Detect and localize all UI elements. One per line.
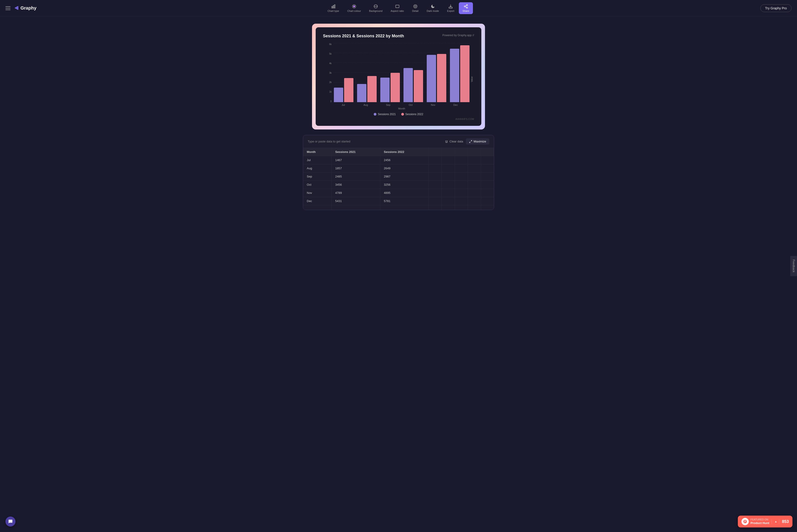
svg-line-13 [465, 6, 467, 7]
maximize-button[interactable]: Maximize [466, 138, 489, 145]
feedback-tab[interactable]: Feedback [791, 256, 797, 276]
table-cell-empty[interactable] [468, 172, 481, 181]
y-label-4k: 4k [323, 62, 333, 64]
table-cell-empty[interactable] [468, 205, 481, 210]
table-cell-empty[interactable] [429, 205, 442, 210]
table-cell[interactable]: 3456 [331, 181, 380, 189]
table-cell[interactable]: 4895 [380, 189, 429, 197]
toolbar-export[interactable]: Export [443, 2, 458, 14]
table-cell-empty[interactable] [429, 197, 442, 205]
table-cell-empty[interactable] [442, 197, 455, 205]
toolbar-aspect-ratio[interactable]: Aspect ratio [387, 2, 407, 14]
bar-sessions2021-sep[interactable] [380, 78, 390, 102]
toolbar-dark-mode-label: Dark mode [427, 10, 439, 12]
table-cell-empty[interactable] [481, 189, 494, 197]
table-cell-empty[interactable] [468, 164, 481, 172]
toolbar-dark-mode[interactable]: Dark mode [423, 2, 443, 14]
table-cell-empty[interactable] [442, 189, 455, 197]
bar-sessions2021-jul[interactable] [334, 88, 343, 102]
table-cell[interactable] [380, 205, 429, 210]
table-cell[interactable] [303, 205, 331, 210]
table-cell-empty[interactable] [455, 189, 468, 197]
table-cell-empty[interactable] [455, 197, 468, 205]
col-empty1 [429, 148, 442, 156]
bar-sessions2021-oct[interactable] [403, 68, 413, 102]
table-cell[interactable]: Aug [303, 164, 331, 172]
table-cell-empty[interactable] [429, 189, 442, 197]
table-cell[interactable]: 2987 [380, 172, 429, 181]
bar-sessions2022-dec[interactable] [460, 45, 470, 102]
table-cell[interactable]: Sep [303, 172, 331, 181]
table-cell[interactable]: 5781 [380, 197, 429, 205]
table-cell[interactable]: Jul [303, 156, 331, 164]
maximize-label: Maximize [474, 140, 486, 143]
table-cell-empty[interactable] [468, 197, 481, 205]
toolbar-background[interactable]: Background [365, 2, 386, 14]
bar-sessions2022-sep[interactable] [391, 73, 400, 102]
chat-bubble[interactable] [5, 516, 16, 527]
ph-info: FEATURED ON Product Hunt [751, 518, 769, 525]
table-cell-empty[interactable] [429, 156, 442, 164]
table-cell-empty[interactable] [481, 205, 494, 210]
table-cell-empty[interactable] [468, 181, 481, 189]
table-cell-empty[interactable] [481, 197, 494, 205]
menu-icon[interactable] [5, 6, 11, 10]
table-cell[interactable]: 5431 [331, 197, 380, 205]
bar-sessions2021-dec[interactable] [450, 49, 459, 102]
table-cell[interactable]: Oct [303, 181, 331, 189]
table-cell[interactable]: Dec [303, 197, 331, 205]
table-cell-empty[interactable] [468, 189, 481, 197]
table-cell-empty[interactable] [455, 156, 468, 164]
table-cell-empty[interactable] [481, 164, 494, 172]
table-cell-empty[interactable] [442, 156, 455, 164]
bar-sessions2022-aug[interactable] [367, 76, 377, 102]
table-cell-empty[interactable] [429, 172, 442, 181]
table-cell-empty[interactable] [442, 181, 455, 189]
table-cell[interactable]: 2649 [380, 164, 429, 172]
svg-line-14 [465, 5, 467, 6]
table-cell[interactable] [331, 205, 380, 210]
toolbar-share[interactable]: Share [459, 2, 473, 14]
table-cell-empty[interactable] [455, 164, 468, 172]
table-cell[interactable]: 1857 [331, 164, 380, 172]
table-cell-empty[interactable] [455, 172, 468, 181]
table-cell-empty[interactable] [455, 181, 468, 189]
clear-data-button[interactable]: Clear data [445, 140, 463, 143]
toolbar-export-label: Export [447, 10, 455, 12]
table-cell[interactable]: 2485 [331, 172, 380, 181]
table-cell[interactable]: 3256 [380, 181, 429, 189]
table-cell[interactable]: 2456 [380, 156, 429, 164]
bar-sessions2021-nov[interactable] [427, 55, 436, 102]
svg-point-4 [353, 5, 355, 7]
table-cell[interactable]: 4789 [331, 189, 380, 197]
table-cell-empty[interactable] [429, 181, 442, 189]
svg-rect-1 [333, 5, 334, 8]
table-cell-empty[interactable] [481, 172, 494, 181]
toolbar-background-label: Background [369, 10, 383, 12]
x-label-jul: Jul [334, 103, 353, 106]
table-cell-empty[interactable] [455, 205, 468, 210]
table-cell-empty[interactable] [429, 164, 442, 172]
table-cell-empty[interactable] [442, 164, 455, 172]
table-cell-empty[interactable] [442, 172, 455, 181]
bar-sessions2021-aug[interactable] [357, 84, 366, 102]
table-cell-empty[interactable] [442, 205, 455, 210]
chart-card-header: Sessions 2021 & Sessions 2022 by Month P… [323, 34, 474, 38]
table-cell[interactable]: Nov [303, 189, 331, 197]
toolbar-detail[interactable]: Detail [409, 2, 422, 14]
toolbar-chart-type[interactable]: Chart type [324, 2, 343, 14]
table-cell-empty[interactable] [468, 156, 481, 164]
toolbar-chart-colour[interactable]: Chart colour [344, 2, 365, 14]
bar-sessions2022-oct[interactable] [414, 70, 423, 102]
bar-sessions2022-nov[interactable] [437, 54, 446, 102]
try-pro-button[interactable]: Try Graphy Pro [760, 4, 792, 12]
table-cell[interactable]: 1467 [331, 156, 380, 164]
logo-icon: ⫷ [14, 5, 19, 11]
data-table-section: Type or paste data to get started Clear … [303, 135, 494, 210]
product-hunt-badge[interactable]: FEATURED ON Product Hunt ▲ 853 [738, 516, 793, 528]
svg-line-16 [470, 142, 470, 143]
svg-point-8 [414, 5, 416, 7]
bar-sessions2022-jul[interactable] [344, 78, 354, 102]
table-cell-empty[interactable] [481, 181, 494, 189]
table-cell-empty[interactable] [481, 156, 494, 164]
